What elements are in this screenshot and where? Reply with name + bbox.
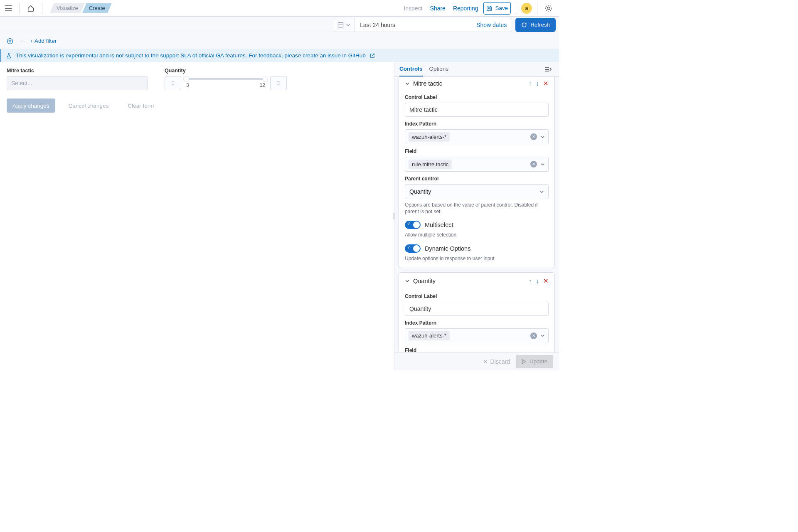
experimental-callout: This visualization is experimental and i…: [0, 49, 559, 62]
apply-changes-button[interactable]: Apply changes: [7, 99, 55, 113]
divider: [516, 2, 516, 14]
save-icon: [486, 5, 492, 11]
svg-rect-2: [338, 22, 343, 27]
svg-point-1: [547, 7, 550, 9]
inspect-link[interactable]: Inspect: [401, 5, 425, 12]
date-picker: Last 24 hours Show dates: [333, 18, 512, 32]
stepper-icon: [276, 80, 281, 86]
quantity-min-input[interactable]: [165, 76, 181, 90]
filter-menu-button[interactable]: [4, 35, 16, 47]
slider-max-tick: 12: [260, 82, 265, 88]
resize-handle[interactable]: ││: [392, 213, 395, 219]
date-range-label[interactable]: Last 24 hours: [355, 18, 471, 32]
panel-title: Mitre tactic: [413, 80, 442, 87]
multiselect-help: Allow multiple selection: [405, 232, 549, 238]
dynamic-options-label: Dynamic Options: [425, 245, 470, 252]
quantity-label: Quantity: [165, 68, 306, 74]
save-label: Save: [495, 5, 508, 11]
field-chip: rule.mitre.tactic: [409, 160, 452, 169]
avatar[interactable]: a: [521, 3, 532, 14]
move-up-button[interactable]: ↑: [529, 80, 532, 87]
quantity-max-input[interactable]: [270, 76, 287, 90]
refresh-icon: [521, 22, 527, 28]
delete-panel-button[interactable]: ✕: [543, 277, 549, 285]
mitre-label: Mitre tactic: [7, 68, 148, 74]
clear-icon[interactable]: ✕: [530, 161, 537, 167]
beaker-icon: [6, 53, 12, 59]
move-up-button[interactable]: ↑: [529, 277, 532, 285]
collapse-sidebar-button[interactable]: [542, 64, 554, 75]
clear-form-button[interactable]: Clear form: [122, 99, 160, 113]
news-button[interactable]: [542, 2, 555, 14]
reporting-link[interactable]: Reporting: [451, 5, 481, 12]
divider: [19, 2, 20, 14]
index-pattern-chip: wazuh-alerts-*: [409, 132, 450, 142]
refresh-button[interactable]: Refresh: [515, 18, 556, 32]
index-pattern-label: Index Pattern: [405, 320, 549, 326]
divider: [537, 2, 537, 14]
mitre-select[interactable]: Select...: [7, 76, 148, 90]
parent-control-help: Options are based on the value of parent…: [405, 202, 549, 215]
field-label: Field: [405, 148, 549, 154]
calendar-icon: [337, 22, 344, 28]
move-down-button[interactable]: ↓: [536, 80, 539, 87]
control-panel-mitre: Mitre tactic ↑ ↓ ✕ Control Label Index P…: [399, 77, 555, 268]
nav-toggle-button[interactable]: [2, 2, 14, 14]
control-panel-quantity: Quantity ↑ ↓ ✕ Control Label Index Patte…: [399, 272, 555, 352]
breadcrumb: Visualize Create: [50, 3, 112, 13]
show-dates-link[interactable]: Show dates: [471, 18, 512, 32]
quantity-slider[interactable]: [186, 78, 265, 80]
discard-button[interactable]: ✕ Discard: [483, 358, 510, 365]
cancel-changes-button[interactable]: Cancel changes: [63, 99, 115, 113]
parent-control-label: Parent control: [405, 176, 549, 182]
dynamic-options-help: Update options in response to user input: [405, 255, 549, 262]
editor-sidebar: ││ Controls Options Mit: [394, 62, 559, 370]
stepper-icon: [171, 80, 175, 86]
lifebuoy-icon: [545, 5, 552, 12]
add-filter-link[interactable]: + Add filter: [30, 38, 57, 44]
chevron-down-icon: [346, 23, 350, 27]
query-bar: Last 24 hours Show dates Refresh: [0, 17, 559, 33]
filter-icon: [7, 38, 13, 44]
home-icon: [27, 5, 34, 12]
filter-bar: — + Add filter: [0, 33, 559, 49]
field-combo[interactable]: rule.mitre.tactic ✕: [405, 157, 549, 172]
date-quick-button[interactable]: [333, 18, 355, 32]
clear-icon[interactable]: ✕: [530, 332, 537, 339]
multiselect-toggle[interactable]: [405, 221, 421, 229]
index-pattern-combo[interactable]: wazuh-alerts-* ✕: [405, 328, 549, 343]
chevron-down-icon[interactable]: [405, 81, 410, 86]
update-button[interactable]: Update: [516, 355, 553, 368]
delete-panel-button[interactable]: ✕: [543, 80, 549, 87]
callout-text: This visualization is experimental and i…: [16, 52, 366, 59]
chevron-down-icon: [540, 135, 545, 139]
visualization-canvas: Mitre tactic Select... Quantity: [0, 62, 394, 370]
menu-icon: [5, 5, 12, 11]
control-label-input[interactable]: [405, 302, 549, 316]
field-label: Field: [405, 347, 549, 352]
breadcrumb-visualize[interactable]: Visualize: [50, 3, 85, 13]
panel-title: Quantity: [413, 278, 436, 284]
home-button[interactable]: [25, 2, 37, 14]
share-link[interactable]: Share: [428, 5, 448, 12]
chevron-down-icon: [540, 333, 545, 338]
slider-min-tick: 3: [186, 82, 189, 88]
dynamic-options-toggle[interactable]: [405, 244, 421, 253]
external-link-icon[interactable]: [370, 53, 375, 58]
control-label-field-label: Control Label: [405, 293, 549, 299]
move-down-button[interactable]: ↓: [536, 277, 539, 285]
divider: [42, 2, 42, 14]
save-button[interactable]: Save: [483, 2, 511, 15]
tab-options[interactable]: Options: [429, 62, 449, 76]
chevron-down-icon[interactable]: [405, 278, 410, 283]
chevron-down-icon: [540, 162, 545, 167]
svg-point-0: [546, 5, 552, 11]
breadcrumb-create[interactable]: Create: [82, 3, 112, 13]
collapse-icon: [545, 67, 552, 72]
control-label-input[interactable]: [405, 103, 549, 117]
tab-controls[interactable]: Controls: [399, 62, 423, 76]
parent-control-select[interactable]: Quantity: [405, 184, 549, 199]
clear-icon[interactable]: ✕: [530, 133, 537, 140]
top-nav: Visualize Create Inspect Share Reporting…: [0, 0, 559, 17]
index-pattern-combo[interactable]: wazuh-alerts-* ✕: [405, 129, 549, 144]
